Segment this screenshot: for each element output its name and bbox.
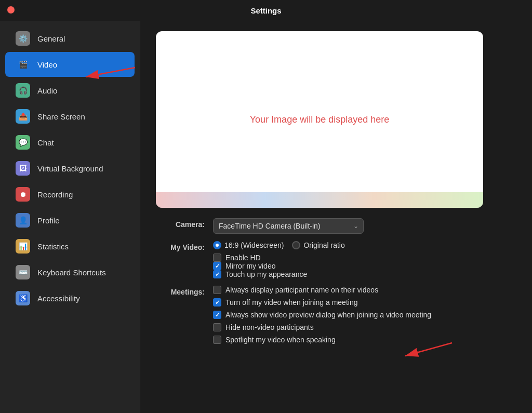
- meetings-checkbox-label-4: Spotlight my video when speaking: [225, 336, 336, 344]
- radio-input-0[interactable]: [213, 241, 221, 249]
- sidebar-label-share-screen: Share Screen: [37, 112, 85, 121]
- meetings-checkbox-1[interactable]: Turn off my video when joining a meeting: [213, 298, 431, 307]
- my-video-checkbox-label-1: Mirror my video: [225, 262, 275, 270]
- my-video-checkbox-box-2[interactable]: [213, 270, 221, 278]
- my-video-checkboxes: Enable HDMirror my videoTouch up my appe…: [213, 254, 345, 278]
- meetings-checkbox-box-1[interactable]: [213, 298, 221, 307]
- video-preview-text: Your Image will be displayed here: [250, 114, 390, 125]
- meetings-checkbox-box-4[interactable]: [213, 336, 221, 344]
- virtual-background-icon: 🖼: [16, 161, 30, 176]
- settings-section: Camera: FaceTime HD Camera (Built-in)USB…: [156, 218, 516, 351]
- meetings-content: Always display participant name on their…: [213, 286, 431, 344]
- sidebar-label-general: General: [37, 34, 65, 43]
- sidebar-item-keyboard-shortcuts[interactable]: ⌨️Keyboard Shortcuts: [5, 260, 135, 285]
- title-bar: Settings: [0, 0, 532, 21]
- my-video-checkbox-box-0[interactable]: [213, 254, 221, 262]
- my-video-checkbox-2[interactable]: Touch up my appearance: [213, 270, 345, 278]
- radio-input-1[interactable]: [292, 241, 300, 249]
- sidebar-item-general[interactable]: ⚙️General: [5, 26, 135, 51]
- sidebar-label-profile: Profile: [37, 216, 60, 225]
- radio-option-0[interactable]: 16:9 (Widescreen): [213, 241, 284, 249]
- sidebar-item-audio[interactable]: 🎧Audio: [5, 78, 135, 103]
- sidebar-label-statistics: Statistics: [37, 242, 69, 251]
- audio-icon: 🎧: [16, 83, 30, 98]
- chat-icon: 💬: [16, 135, 30, 150]
- radio-label-1: Original ratio: [303, 241, 344, 249]
- main-layout: ⚙️General🎬Video🎧Audio📤Share Screen💬Chat🖼…: [0, 21, 532, 413]
- meetings-checkbox-label-3: Hide non-video participants: [225, 323, 314, 331]
- my-video-checkbox-1[interactable]: Mirror my video: [213, 262, 345, 270]
- sidebar-label-video: Video: [37, 60, 57, 69]
- meetings-label: Meetings:: [156, 286, 213, 296]
- recording-icon: ⏺: [16, 187, 30, 202]
- video-preview-bottom-bar: [156, 192, 483, 208]
- my-video-checkbox-label-2: Touch up my appearance: [225, 270, 307, 278]
- meetings-checkbox-box-3[interactable]: [213, 323, 221, 331]
- share-screen-icon: 📤: [16, 109, 30, 124]
- profile-icon: 👤: [16, 213, 30, 228]
- camera-dropdown-wrapper[interactable]: FaceTime HD Camera (Built-in)USB Camera …: [213, 218, 364, 234]
- radio-label-0: 16:9 (Widescreen): [224, 241, 284, 249]
- meetings-row: Meetings: Always display participant nam…: [156, 286, 516, 344]
- main-content: Your Image will be displayed here Camera…: [140, 21, 532, 413]
- video-preview: Your Image will be displayed here: [156, 31, 483, 208]
- sidebar-label-accessibility: Accessibility: [37, 294, 80, 303]
- meetings-checkbox-0[interactable]: Always display participant name on their…: [213, 286, 431, 294]
- sidebar-item-recording[interactable]: ⏺Recording: [5, 182, 135, 207]
- camera-dropdown[interactable]: FaceTime HD Camera (Built-in)USB Camera: [213, 218, 364, 234]
- close-button[interactable]: [7, 6, 15, 14]
- ratio-group: 16:9 (Widescreen)Original ratio: [213, 241, 345, 249]
- sidebar-item-statistics[interactable]: 📊Statistics: [5, 234, 135, 259]
- camera-label: Camera:: [156, 218, 213, 229]
- general-icon: ⚙️: [16, 31, 30, 46]
- my-video-checkbox-0[interactable]: Enable HD: [213, 254, 345, 262]
- my-video-row: My Video: 16:9 (Widescreen)Original rati…: [156, 241, 516, 278]
- keyboard-shortcuts-icon: ⌨️: [16, 265, 30, 279]
- sidebar: ⚙️General🎬Video🎧Audio📤Share Screen💬Chat🖼…: [0, 21, 140, 413]
- meetings-checkbox-2[interactable]: Always show video preview dialog when jo…: [213, 311, 431, 319]
- my-video-content: 16:9 (Widescreen)Original ratio Enable H…: [213, 241, 345, 278]
- meetings-checkbox-box-2[interactable]: [213, 311, 221, 319]
- sidebar-item-profile[interactable]: 👤Profile: [5, 208, 135, 233]
- radio-option-1[interactable]: Original ratio: [292, 241, 344, 249]
- sidebar-item-video[interactable]: 🎬Video: [5, 52, 135, 77]
- sidebar-item-chat[interactable]: 💬Chat: [5, 130, 135, 155]
- window-title: Settings: [250, 6, 281, 15]
- sidebar-label-chat: Chat: [37, 138, 54, 147]
- sidebar-label-virtual-background: Virtual Background: [37, 164, 103, 173]
- sidebar-item-share-screen[interactable]: 📤Share Screen: [5, 104, 135, 129]
- my-video-checkbox-box-1[interactable]: [213, 262, 221, 270]
- sidebar-label-keyboard-shortcuts: Keyboard Shortcuts: [37, 268, 106, 277]
- video-icon: 🎬: [16, 57, 30, 72]
- meetings-checkbox-box-0[interactable]: [213, 286, 221, 294]
- accessibility-icon: ♿: [16, 291, 30, 305]
- meetings-checkbox-3[interactable]: Hide non-video participants: [213, 323, 431, 331]
- statistics-icon: 📊: [16, 239, 30, 254]
- sidebar-item-virtual-background[interactable]: 🖼Virtual Background: [5, 156, 135, 181]
- camera-row: Camera: FaceTime HD Camera (Built-in)USB…: [156, 218, 516, 234]
- meetings-checkbox-label-2: Always show video preview dialog when jo…: [225, 311, 431, 319]
- my-video-label: My Video:: [156, 241, 213, 251]
- meetings-checkbox-label-0: Always display participant name on their…: [225, 286, 378, 294]
- sidebar-item-accessibility[interactable]: ♿Accessibility: [5, 286, 135, 311]
- my-video-checkbox-label-0: Enable HD: [225, 254, 261, 262]
- sidebar-label-recording: Recording: [37, 190, 73, 199]
- meetings-checkbox-label-1: Turn off my video when joining a meeting: [225, 298, 357, 307]
- meetings-checkbox-4[interactable]: Spotlight my video when speaking: [213, 336, 431, 344]
- camera-content: FaceTime HD Camera (Built-in)USB Camera …: [213, 218, 364, 234]
- sidebar-label-audio: Audio: [37, 86, 57, 95]
